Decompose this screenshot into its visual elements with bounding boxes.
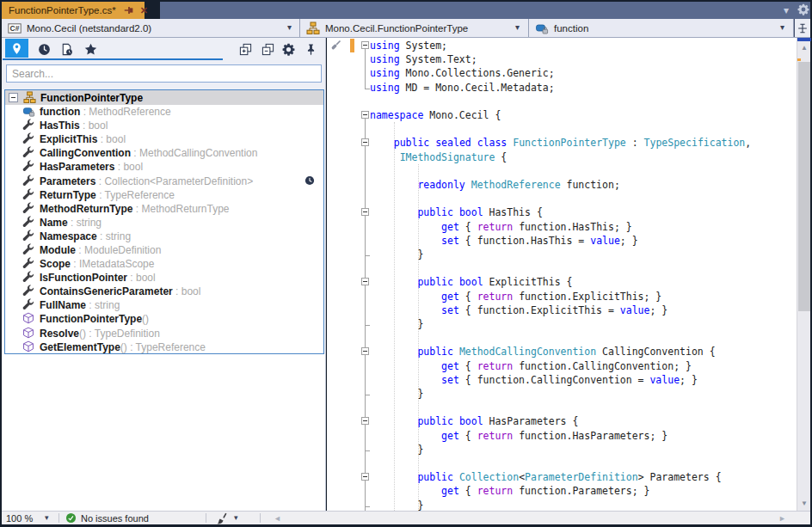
member-type: : string <box>68 217 102 229</box>
tree-item-ExplicitThis[interactable]: ExplicitThis : bool <box>5 132 323 146</box>
tree-header-row[interactable]: FunctionPointerType <box>5 90 323 105</box>
project-dropdown[interactable]: C# Mono.Cecil (netstandard2.0) ▾ <box>2 19 300 37</box>
pushpin-icon[interactable] <box>301 40 320 58</box>
code-line-33[interactable]: get { return function.Parameters; } <box>370 484 649 498</box>
tree-item-ContainsGenericParameter[interactable]: ContainsGenericParameter : bool <box>5 285 323 298</box>
fold-collapse-icon[interactable] <box>361 41 369 49</box>
zoom-level-value[interactable]: 100 % <box>6 512 33 524</box>
fold-collapse-icon[interactable] <box>361 278 369 285</box>
member-name: function <box>40 106 80 118</box>
tree-item-ReturnType[interactable]: ReturnType : TypeReference <box>5 188 323 202</box>
zoom-dropdown-chevron-icon[interactable]: ▾ <box>45 513 49 522</box>
code-line-16[interactable]: } <box>370 248 423 261</box>
tree-item-Namespace[interactable]: Namespace : string <box>5 230 323 243</box>
property-wrench-icon <box>22 146 36 160</box>
code-line-19[interactable]: get { return function.ExplicitThis; } <box>370 290 661 303</box>
property-wrench-icon <box>22 132 36 146</box>
code-line-32[interactable]: public Collection<ParameterDefinition> P… <box>370 470 722 484</box>
tree-item-FunctionPointerType[interactable]: FunctionPointerType() <box>5 312 323 326</box>
search-input[interactable] <box>6 64 322 83</box>
fold-collapse-icon[interactable] <box>361 347 369 355</box>
titlebar-band[interactable] <box>160 2 810 19</box>
code-line-25[interactable]: set { function.CallingConvention = value… <box>370 373 698 387</box>
tree-item-HasThis[interactable]: HasThis : bool <box>5 119 323 132</box>
code-line-29[interactable]: get { return function.HasParameters; } <box>370 429 667 443</box>
code-line-2[interactable]: using System.Text; <box>370 52 477 66</box>
tree-item-GetElementType[interactable]: GetElementType() : TypeReference <box>5 340 323 354</box>
code-line-30[interactable]: } <box>370 443 423 457</box>
code-line-11[interactable]: readonly MethodReference function; <box>370 178 620 192</box>
tree-item-Parameters[interactable]: Parameters : Collection<ParameterDefinit… <box>5 174 323 187</box>
property-wrench-icon <box>22 188 36 202</box>
collapse-all-icon[interactable] <box>258 40 277 58</box>
splitter-grip[interactable] <box>797 38 811 41</box>
document-history-icon[interactable] <box>57 40 76 58</box>
chevron-down-icon: ▾ <box>287 22 292 32</box>
tree-item-IsFunctionPointer[interactable]: IsFunctionPointer : bool <box>5 271 323 285</box>
member-name: Scope <box>40 258 71 270</box>
code-line-15[interactable]: set { function.HasThis = value; } <box>370 234 638 248</box>
fold-collapse-icon[interactable] <box>361 473 369 481</box>
pin-tab-icon[interactable] <box>123 4 135 16</box>
code-line-34[interactable]: } <box>370 499 423 511</box>
document-tab[interactable]: FunctionPointerType.cs* ✕ <box>2 2 145 19</box>
member-name: ExplicitThis <box>40 133 97 145</box>
code-line-20[interactable]: set { function.ExplicitThis = value; } <box>370 303 667 317</box>
member-dropdown[interactable]: function ▾ <box>529 19 794 37</box>
tree-item-Name[interactable]: Name : string <box>5 216 323 230</box>
split-editor-button[interactable] <box>794 19 810 37</box>
scroll-up-icon[interactable]: ▲ <box>797 44 811 52</box>
tree-item-Scope[interactable]: Scope : IMetadataScope <box>5 257 323 271</box>
code-line-9[interactable]: IMethodSignature { <box>370 150 507 164</box>
fold-collapse-icon[interactable] <box>361 111 369 119</box>
code-line-24[interactable]: get { return function.CallingConvention;… <box>370 359 692 373</box>
gear-icon[interactable] <box>279 40 298 58</box>
tree-item-Module[interactable]: Module : ModuleDefinition <box>5 243 323 257</box>
tree-item-HasParameters[interactable]: HasParameters : bool <box>5 160 323 174</box>
tree-item-MethodReturnType[interactable]: MethodReturnType : MethodReturnType <box>5 202 323 216</box>
code-line-1[interactable]: using System; <box>370 39 447 52</box>
window-options-gear-icon[interactable] <box>797 3 810 17</box>
code-line-3[interactable]: using Mono.Collections.Generic; <box>370 66 555 80</box>
collapse-expander-icon[interactable] <box>9 93 18 102</box>
hscroll-right-icon[interactable]: ► <box>778 513 786 524</box>
code-line-28[interactable]: public bool HasParameters { <box>370 414 578 428</box>
close-tab-icon[interactable]: ✕ <box>140 4 148 16</box>
code-line-6[interactable]: namespace Mono.Cecil { <box>370 108 501 122</box>
code-line-14[interactable]: get { return function.HasThis; } <box>370 220 632 234</box>
quick-actions-screwdriver-icon[interactable] <box>329 39 342 55</box>
property-wrench-icon <box>22 298 36 312</box>
class-icon <box>23 91 36 104</box>
code-line-13[interactable]: public bool HasThis { <box>370 205 543 219</box>
code-cleanup-broom-icon[interactable] <box>217 512 229 524</box>
scroll-down-icon[interactable]: ▼ <box>797 499 811 508</box>
code-editor[interactable]: using System;using System.Text;using Mon… <box>327 38 797 511</box>
fold-collapse-icon[interactable] <box>361 417 369 425</box>
fold-collapse-icon[interactable] <box>361 138 369 146</box>
tree-item-CallingConvention[interactable]: CallingConvention : MethodCallingConvent… <box>5 146 323 160</box>
tree-item-FullName[interactable]: FullName : string <box>5 298 323 312</box>
code-line-18[interactable]: public bool ExplicitThis { <box>370 275 572 289</box>
vertical-scrollbar[interactable]: ▲ ▼ <box>797 38 810 511</box>
location-pin-icon[interactable] <box>5 39 28 58</box>
health-status-text[interactable]: No issues found <box>81 512 149 524</box>
code-line-23[interactable]: public MethodCallingConvention CallingCo… <box>370 345 716 358</box>
code-line-26[interactable]: } <box>370 387 423 401</box>
csharp-project-icon: C# <box>8 21 22 35</box>
type-dropdown[interactable]: Mono.Cecil.FunctionPointerType ▾ <box>300 19 529 37</box>
health-check-icon[interactable] <box>65 512 77 524</box>
code-line-21[interactable]: } <box>370 317 423 331</box>
tree-item-Resolve[interactable]: Resolve() : TypeDefinition <box>5 327 323 340</box>
tree-item-function[interactable]: function : MethodReference <box>5 105 323 119</box>
fold-collapse-icon[interactable] <box>361 208 369 216</box>
code-cleanup-chevron-icon[interactable]: ▾ <box>234 513 238 522</box>
expand-all-icon[interactable] <box>236 40 255 58</box>
window-menu-chevron-icon[interactable]: ▾ <box>779 3 793 17</box>
history-clock-icon[interactable] <box>34 40 53 58</box>
code-line-4[interactable]: using MD = Mono.Cecil.Metadata; <box>370 81 555 95</box>
code-line-8[interactable]: public sealed class FunctionPointerType … <box>370 136 751 150</box>
member-name: FunctionPointerType <box>40 313 142 325</box>
scrollbar-thumb[interactable] <box>798 62 810 311</box>
star-icon[interactable] <box>81 40 100 58</box>
hscroll-left-icon[interactable]: ◄ <box>274 513 281 524</box>
